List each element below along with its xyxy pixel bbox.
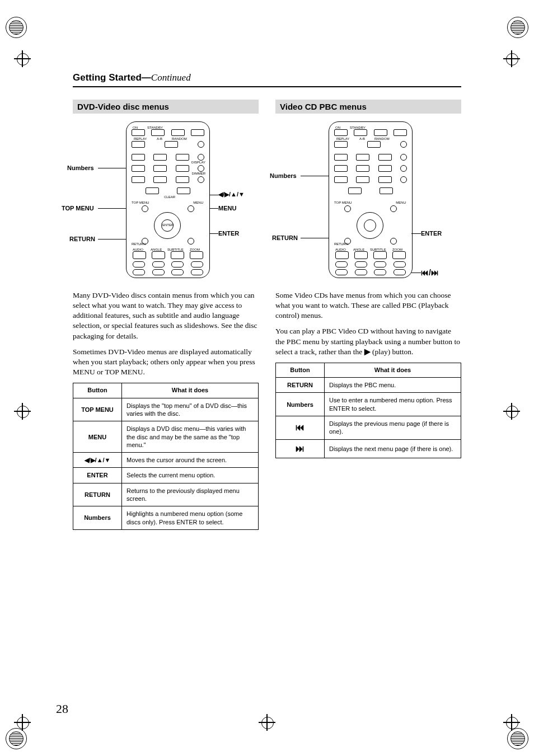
remote-label: DIMMER (192, 172, 205, 175)
table-row: ◀/▶/▲/▼Moves the cursor around the scree… (73, 453, 259, 468)
crop-mark (14, 50, 31, 67)
prev-icon: ⏮ (276, 416, 325, 440)
remote-label: A-B (359, 137, 365, 140)
callout-return: RETURN (69, 236, 95, 242)
callout-line (98, 168, 126, 168)
table-row: ENTERSelects the current menu option. (73, 468, 259, 483)
play-icon: ▶ (364, 348, 371, 356)
print-corner-ornament (507, 728, 528, 749)
vcd-button-table: Button What it does RETURNDisplays the P… (275, 363, 461, 458)
remote-label: MENU (193, 201, 203, 204)
heading-continued: Continued (151, 72, 191, 83)
table-row: RETURNDisplays the PBC menu. (276, 378, 461, 393)
table-row: ⏮Displays the previous menu page (if the… (276, 416, 461, 440)
section-title-dvd: DVD-Video disc menus (73, 100, 259, 114)
remote-illustration: ON STANDBY REPLAY A-B RANDOM DISPLAY DIM… (126, 121, 210, 278)
table-row: TOP MENUDisplays the "top menu" of a DVD… (73, 398, 259, 421)
remote-label: CLEAR (164, 195, 175, 199)
print-corner-ornament (6, 17, 27, 38)
callout-line (98, 208, 126, 209)
page-number: 28 (56, 703, 68, 715)
table-header-desc: What it does (122, 383, 259, 398)
remote-label: RANDOM (172, 137, 187, 140)
callout-line (210, 195, 218, 195)
callout-line (301, 176, 329, 176)
crop-mark (14, 403, 31, 420)
dvd-button-table: Button What it does TOP MENUDisplays the… (73, 383, 259, 529)
section-title-vcd: Video CD PBC menus (275, 100, 461, 114)
remote-label: RETURN (334, 242, 348, 246)
dvd-paragraph-1: Many DVD-Video discs contain menus from … (73, 290, 259, 341)
table-header-button: Button (73, 383, 122, 398)
remote-diagram-dvd: Numbers TOP MENU RETURN ◀/▶/▲/▼ MENU ENT… (73, 121, 259, 284)
remote-label: REPLAY (134, 137, 147, 140)
print-corner-ornament (6, 728, 27, 749)
callout-enter: ENTER (218, 231, 239, 237)
page-heading: Getting Started—Continued (73, 73, 461, 87)
crop-mark (503, 403, 520, 420)
table-row: ⏭Displays the next menu page (if there i… (276, 439, 461, 458)
remote-illustration: ON STANDBY REPLAY A-B RANDOM TOP MENU ME… (329, 121, 413, 278)
remote-label: RANDOM (374, 137, 390, 140)
right-column: Video CD PBC menus Numbers RETURN ENTER … (275, 100, 461, 530)
remote-label: TOP MENU (132, 201, 149, 204)
remote-label: REPLAY (336, 137, 349, 140)
remote-label: TOP MENU (334, 201, 352, 204)
crop-mark (503, 50, 520, 67)
left-column: DVD-Video disc menus Numbers TOP MENU RE… (73, 100, 259, 530)
callout-prevnext: ⏮/⏭ (421, 269, 439, 276)
remote-label: DISPLAY (191, 161, 205, 164)
callout-return: RETURN (272, 235, 298, 241)
table-row: NumbersHighlights a numbered menu option… (73, 506, 259, 530)
table-row: NumbersUse to enter a numbered menu opti… (276, 393, 461, 416)
table-row: MENUDisplays a DVD disc menu—this varies… (73, 421, 259, 453)
callout-arrows: ◀/▶/▲/▼ (218, 191, 245, 198)
table-row: RETURNReturns to the previously displaye… (73, 483, 259, 506)
callout-enter: ENTER (421, 231, 442, 237)
print-corner-ornament (507, 17, 528, 38)
crop-mark (259, 714, 275, 731)
callout-line (411, 273, 421, 273)
callout-line (411, 233, 421, 234)
callout-line (98, 239, 126, 240)
remote-dpad: ENTER (143, 205, 193, 245)
remote-label: A-B (157, 137, 162, 140)
vcd-paragraph-1: Some Video CDs have menus from which you… (275, 290, 461, 321)
crop-mark (14, 714, 31, 731)
callout-line (210, 233, 218, 234)
callout-numbers: Numbers (270, 173, 297, 179)
dvd-paragraph-2: Sometimes DVD-Video menus are displayed … (73, 347, 259, 378)
vcd-paragraph-2: You can play a PBC Video CD without havi… (275, 326, 461, 357)
heading-sep: — (142, 72, 151, 83)
callout-menu: MENU (218, 205, 236, 212)
crop-mark (503, 714, 520, 731)
callout-line (301, 238, 329, 238)
callout-line (210, 208, 218, 209)
remote-label: MENU (396, 201, 406, 204)
remote-label: RETURN (132, 242, 146, 246)
next-icon: ⏭ (276, 439, 325, 458)
table-header-desc: What it does (325, 363, 461, 378)
callout-numbers: Numbers (67, 165, 94, 171)
callout-top-menu: TOP MENU (62, 205, 94, 212)
heading-section: Getting Started (73, 72, 142, 83)
remote-diagram-vcd: Numbers RETURN ENTER ⏮/⏭ ON STANDBY REPL… (275, 121, 461, 284)
page-content: Getting Started—Continued DVD-Video disc… (73, 73, 461, 530)
remote-label: ENTER (162, 223, 174, 227)
table-header-button: Button (276, 363, 325, 378)
remote-dpad (345, 205, 396, 245)
